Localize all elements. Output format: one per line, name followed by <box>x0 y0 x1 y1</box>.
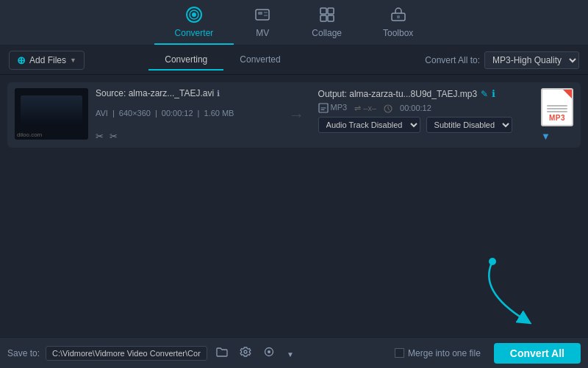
source-filename: Source: alma-zarz..._TAEJ.avi <box>96 88 214 98</box>
merge-label: Merge into one file <box>395 348 481 358</box>
file-source: Source: alma-zarz..._TAEJ.avi ℹ <box>96 88 276 98</box>
output-name: Output: alma-zarza-tu...8U9d_TAEJ.mp3 <box>318 89 478 99</box>
nav-toolbox[interactable]: Toolbox <box>362 0 434 45</box>
edit-filename-icon[interactable]: ✎ <box>481 89 488 99</box>
converting-tab[interactable]: Converting <box>148 50 223 71</box>
format-badge[interactable]: MP3 <box>541 88 573 126</box>
meta-separator-1: | <box>112 109 115 118</box>
nav-mv-label: MV <box>256 28 269 38</box>
save-to-label: Save to: <box>7 348 40 358</box>
cut-icon[interactable]: ✂ <box>110 131 118 142</box>
right-arrow-icon: → <box>289 106 305 125</box>
output-meta: MP3 ⇌ –x– 00:00:12 <box>318 103 534 113</box>
svg-rect-6 <box>264 15 268 16</box>
svg-rect-8 <box>328 8 334 14</box>
svg-rect-4 <box>258 12 262 15</box>
output-format-label: MP3 <box>318 103 348 113</box>
convert-arrow: → <box>283 88 311 142</box>
merge-checkbox[interactable] <box>395 348 404 358</box>
badge-line-3 <box>547 111 567 112</box>
svg-rect-12 <box>397 15 400 18</box>
file-duration: 00:00:12 <box>162 109 193 118</box>
audio-track-select[interactable]: Audio Track Disabled <box>318 117 420 133</box>
nav-collage-label: Collage <box>312 28 342 38</box>
merge-text: Merge into one file <box>408 348 481 358</box>
file-resolution: 640×360 <box>119 109 151 118</box>
badge-line-2 <box>547 108 567 109</box>
format-badge-col: MP3 ▼ <box>541 88 573 142</box>
main-content: diloo.com Source: alma-zarz..._TAEJ.avi … <box>0 75 588 337</box>
add-files-dropdown-arrow: ▼ <box>70 57 76 64</box>
tab-group: Converting Converted <box>148 50 296 71</box>
output-dropdowns: Audio Track Disabled Subtitle Disabled <box>318 117 534 133</box>
file-meta: AVI | 640×360 | 00:00:12 | 1.60 MB <box>96 109 276 118</box>
badge-corner <box>563 90 572 98</box>
svg-rect-7 <box>320 8 326 14</box>
nav-converter-label: Converter <box>175 28 214 38</box>
file-size: 1.60 MB <box>204 109 234 118</box>
meta-separator-2: | <box>155 109 157 118</box>
svg-rect-5 <box>264 12 268 13</box>
source-info-icon[interactable]: ℹ <box>217 89 220 98</box>
svg-point-17 <box>268 350 270 353</box>
badge-line-1 <box>547 105 567 107</box>
svg-point-2 <box>192 12 196 17</box>
nav-converter[interactable]: Converter <box>154 0 234 45</box>
settings-dropdown-arrow: ▼ <box>287 350 294 358</box>
gear2-icon-btn[interactable] <box>260 344 278 361</box>
convert-all-label: Convert All to: <box>425 55 480 65</box>
plus-icon: ⊕ <box>17 54 26 66</box>
converted-tab[interactable]: Converted <box>223 50 296 71</box>
output-duration: 00:00:12 <box>400 104 431 112</box>
bottom-bar: Save to: ▼ Merge into one file Convert A… <box>0 337 588 368</box>
output-info-icon[interactable]: ℹ <box>492 88 495 99</box>
file-info: Source: alma-zarz..._TAEJ.avi ℹ AVI | 64… <box>96 88 276 142</box>
toolbar: ⊕ Add Files ▼ Converting Converted Conve… <box>0 46 588 75</box>
trim-icon[interactable]: ✂ <box>96 131 104 142</box>
svg-rect-9 <box>320 15 326 21</box>
file-row: diloo.com Source: alma-zarz..._TAEJ.avi … <box>7 82 581 148</box>
nav-toolbox-label: Toolbox <box>383 28 413 38</box>
badge-format-text: MP3 <box>549 114 565 122</box>
output-col: Output: alma-zarza-tu...8U9d_TAEJ.mp3 ✎ … <box>318 88 534 142</box>
converter-icon <box>186 7 202 25</box>
convert-all-button[interactable]: Convert All <box>494 343 581 364</box>
meta-separator-3: | <box>198 109 200 118</box>
file-actions: ✂ ✂ <box>96 131 276 142</box>
format-select[interactable]: MP3-High Quality <box>484 51 579 69</box>
video-thumbnail: diloo.com <box>15 88 88 140</box>
nav-collage[interactable]: Collage <box>291 0 362 45</box>
collage-icon <box>319 7 335 25</box>
mv-icon <box>254 7 270 25</box>
output-filename: Output: alma-zarza-tu...8U9d_TAEJ.mp3 ✎ … <box>318 88 534 99</box>
save-path-input[interactable] <box>46 346 207 361</box>
subtitle-select[interactable]: Subtitle Disabled <box>426 117 512 133</box>
svg-rect-10 <box>328 15 334 21</box>
output-arrows-icon: ⇌ –x– <box>354 104 376 113</box>
toolbox-icon <box>390 7 406 25</box>
folder-icon-btn[interactable] <box>213 345 231 361</box>
add-files-label: Add Files <box>29 55 66 65</box>
file-format: AVI <box>96 109 108 118</box>
top-navigation: Converter MV Collage <box>0 0 588 46</box>
badge-lines <box>547 105 567 112</box>
clock-icon <box>384 104 392 113</box>
thumbnail-site-label: diloo.com <box>17 131 42 138</box>
nav-mv[interactable]: MV <box>234 0 291 45</box>
settings-icon-btn[interactable] <box>237 344 254 361</box>
dropdown-arrow-btn[interactable]: ▼ <box>284 345 297 361</box>
add-files-button[interactable]: ⊕ Add Files ▼ <box>9 51 85 70</box>
format-dropdown-arrow[interactable]: ▼ <box>541 131 551 142</box>
